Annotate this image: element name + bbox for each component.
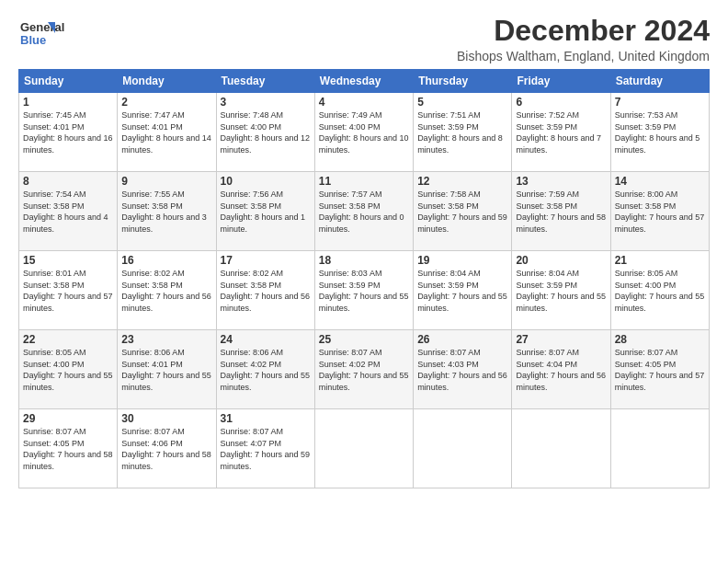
cell-day-number: 27 <box>516 333 606 346</box>
logo: General Blue <box>18 15 78 52</box>
table-row: 4Sunrise: 7:49 AM Sunset: 4:00 PM Daylig… <box>314 93 413 172</box>
table-row: 9Sunrise: 7:55 AM Sunset: 3:58 PM Daylig… <box>118 172 216 251</box>
cell-day-info: Sunrise: 8:01 AM Sunset: 3:58 PM Dayligh… <box>23 268 113 314</box>
cell-day-info: Sunrise: 7:58 AM Sunset: 3:58 PM Dayligh… <box>417 189 507 235</box>
cell-day-number: 18 <box>319 254 409 267</box>
calendar-header-row: Sunday Monday Tuesday Wednesday Thursday… <box>19 70 710 93</box>
cell-day-info: Sunrise: 8:04 AM Sunset: 3:59 PM Dayligh… <box>417 268 507 314</box>
table-row: 7Sunrise: 7:53 AM Sunset: 3:59 PM Daylig… <box>610 93 709 172</box>
col-friday: Friday <box>512 70 610 93</box>
col-saturday: Saturday <box>610 70 709 93</box>
cell-day-info: Sunrise: 7:51 AM Sunset: 3:59 PM Dayligh… <box>417 109 507 155</box>
cell-day-number: 19 <box>417 254 507 267</box>
cell-day-info: Sunrise: 8:07 AM Sunset: 4:03 PM Dayligh… <box>417 347 507 393</box>
col-tuesday: Tuesday <box>216 70 314 93</box>
cell-day-number: 23 <box>121 333 211 346</box>
cell-day-info: Sunrise: 7:45 AM Sunset: 4:01 PM Dayligh… <box>23 109 113 155</box>
cell-day-number: 1 <box>23 96 113 109</box>
cell-day-info: Sunrise: 7:57 AM Sunset: 3:58 PM Dayligh… <box>319 189 409 235</box>
cell-day-info: Sunrise: 7:49 AM Sunset: 4:00 PM Dayligh… <box>319 109 409 155</box>
cell-day-number: 6 <box>516 96 606 109</box>
cell-day-info: Sunrise: 7:59 AM Sunset: 3:58 PM Dayligh… <box>516 189 606 235</box>
table-row: 28Sunrise: 8:07 AM Sunset: 4:05 PM Dayli… <box>610 330 709 409</box>
table-row: 11Sunrise: 7:57 AM Sunset: 3:58 PM Dayli… <box>314 172 413 251</box>
cell-day-number: 26 <box>417 333 507 346</box>
month-title: December 2024 <box>457 15 710 47</box>
table-row: 15Sunrise: 8:01 AM Sunset: 3:58 PM Dayli… <box>19 251 118 330</box>
table-row: 10Sunrise: 7:56 AM Sunset: 3:58 PM Dayli… <box>216 172 314 251</box>
cell-day-info: Sunrise: 8:06 AM Sunset: 4:01 PM Dayligh… <box>121 347 211 393</box>
col-monday: Monday <box>118 70 216 93</box>
cell-day-number: 16 <box>121 254 211 267</box>
table-row: 27Sunrise: 8:07 AM Sunset: 4:04 PM Dayli… <box>512 330 610 409</box>
cell-day-info: Sunrise: 7:54 AM Sunset: 3:58 PM Dayligh… <box>23 189 113 235</box>
cell-day-info: Sunrise: 8:05 AM Sunset: 4:00 PM Dayligh… <box>23 347 113 393</box>
header: General Blue December 2024 Bishops Walth… <box>18 15 710 63</box>
cell-day-number: 10 <box>221 175 311 188</box>
calendar-week-row: 15Sunrise: 8:01 AM Sunset: 3:58 PM Dayli… <box>19 251 710 330</box>
cell-day-number: 12 <box>417 175 507 188</box>
table-row: 13Sunrise: 7:59 AM Sunset: 3:58 PM Dayli… <box>512 172 610 251</box>
location-subtitle: Bishops Waltham, England, United Kingdom <box>457 49 710 63</box>
table-row: 12Sunrise: 7:58 AM Sunset: 3:58 PM Dayli… <box>414 172 512 251</box>
table-row: 6Sunrise: 7:52 AM Sunset: 3:59 PM Daylig… <box>512 93 610 172</box>
cell-day-info: Sunrise: 8:04 AM Sunset: 3:59 PM Dayligh… <box>516 268 606 314</box>
cell-day-info: Sunrise: 8:02 AM Sunset: 3:58 PM Dayligh… <box>221 268 311 314</box>
table-row: 3Sunrise: 7:48 AM Sunset: 4:00 PM Daylig… <box>216 93 314 172</box>
cell-day-number: 4 <box>319 96 409 109</box>
cell-day-info: Sunrise: 8:05 AM Sunset: 4:00 PM Dayligh… <box>615 268 705 314</box>
calendar-table: Sunday Monday Tuesday Wednesday Thursday… <box>18 69 710 488</box>
table-row: 25Sunrise: 8:07 AM Sunset: 4:02 PM Dayli… <box>314 330 413 409</box>
cell-day-number: 9 <box>121 175 211 188</box>
cell-day-number: 31 <box>221 412 311 425</box>
cell-day-number: 15 <box>23 254 113 267</box>
calendar-week-row: 1Sunrise: 7:45 AM Sunset: 4:01 PM Daylig… <box>19 93 710 172</box>
cell-day-info: Sunrise: 7:48 AM Sunset: 4:00 PM Dayligh… <box>221 109 311 155</box>
table-row <box>610 409 709 488</box>
table-row: 1Sunrise: 7:45 AM Sunset: 4:01 PM Daylig… <box>19 93 118 172</box>
cell-day-info: Sunrise: 8:03 AM Sunset: 3:59 PM Dayligh… <box>319 268 409 314</box>
calendar-week-row: 22Sunrise: 8:05 AM Sunset: 4:00 PM Dayli… <box>19 330 710 409</box>
table-row: 23Sunrise: 8:06 AM Sunset: 4:01 PM Dayli… <box>118 330 216 409</box>
table-row: 30Sunrise: 8:07 AM Sunset: 4:06 PM Dayli… <box>118 409 216 488</box>
table-row: 2Sunrise: 7:47 AM Sunset: 4:01 PM Daylig… <box>118 93 216 172</box>
calendar-week-row: 29Sunrise: 8:07 AM Sunset: 4:05 PM Dayli… <box>19 409 710 488</box>
table-row: 21Sunrise: 8:05 AM Sunset: 4:00 PM Dayli… <box>610 251 709 330</box>
cell-day-number: 30 <box>121 412 211 425</box>
cell-day-number: 22 <box>23 333 113 346</box>
cell-day-number: 29 <box>23 412 113 425</box>
logo-icon: General Blue <box>18 15 78 52</box>
cell-day-info: Sunrise: 8:06 AM Sunset: 4:02 PM Dayligh… <box>221 347 311 393</box>
cell-day-number: 28 <box>615 333 705 346</box>
cell-day-info: Sunrise: 8:07 AM Sunset: 4:05 PM Dayligh… <box>23 426 113 472</box>
cell-day-number: 8 <box>23 175 113 188</box>
cell-day-number: 3 <box>221 96 311 109</box>
cell-day-info: Sunrise: 7:53 AM Sunset: 3:59 PM Dayligh… <box>615 109 705 155</box>
table-row: 29Sunrise: 8:07 AM Sunset: 4:05 PM Dayli… <box>19 409 118 488</box>
cell-day-number: 25 <box>319 333 409 346</box>
svg-text:Blue: Blue <box>20 33 46 47</box>
cell-day-number: 24 <box>221 333 311 346</box>
cell-day-info: Sunrise: 7:47 AM Sunset: 4:01 PM Dayligh… <box>121 109 211 155</box>
cell-day-number: 20 <box>516 254 606 267</box>
cell-day-number: 7 <box>615 96 705 109</box>
table-row: 16Sunrise: 8:02 AM Sunset: 3:58 PM Dayli… <box>118 251 216 330</box>
table-row: 31Sunrise: 8:07 AM Sunset: 4:07 PM Dayli… <box>216 409 314 488</box>
cell-day-number: 17 <box>221 254 311 267</box>
cell-day-number: 13 <box>516 175 606 188</box>
cell-day-number: 14 <box>615 175 705 188</box>
cell-day-number: 2 <box>121 96 211 109</box>
table-row: 22Sunrise: 8:05 AM Sunset: 4:00 PM Dayli… <box>19 330 118 409</box>
cell-day-info: Sunrise: 8:02 AM Sunset: 3:58 PM Dayligh… <box>121 268 211 314</box>
cell-day-info: Sunrise: 7:55 AM Sunset: 3:58 PM Dayligh… <box>121 189 211 235</box>
cell-day-info: Sunrise: 8:00 AM Sunset: 3:58 PM Dayligh… <box>615 189 705 235</box>
svg-text:General: General <box>20 20 64 34</box>
calendar-week-row: 8Sunrise: 7:54 AM Sunset: 3:58 PM Daylig… <box>19 172 710 251</box>
cell-day-number: 5 <box>417 96 507 109</box>
cell-day-number: 21 <box>615 254 705 267</box>
cell-day-info: Sunrise: 8:07 AM Sunset: 4:05 PM Dayligh… <box>615 347 705 393</box>
title-block: December 2024 Bishops Waltham, England, … <box>457 15 710 63</box>
col-wednesday: Wednesday <box>314 70 413 93</box>
cell-day-info: Sunrise: 8:07 AM Sunset: 4:04 PM Dayligh… <box>516 347 606 393</box>
table-row: 26Sunrise: 8:07 AM Sunset: 4:03 PM Dayli… <box>414 330 512 409</box>
